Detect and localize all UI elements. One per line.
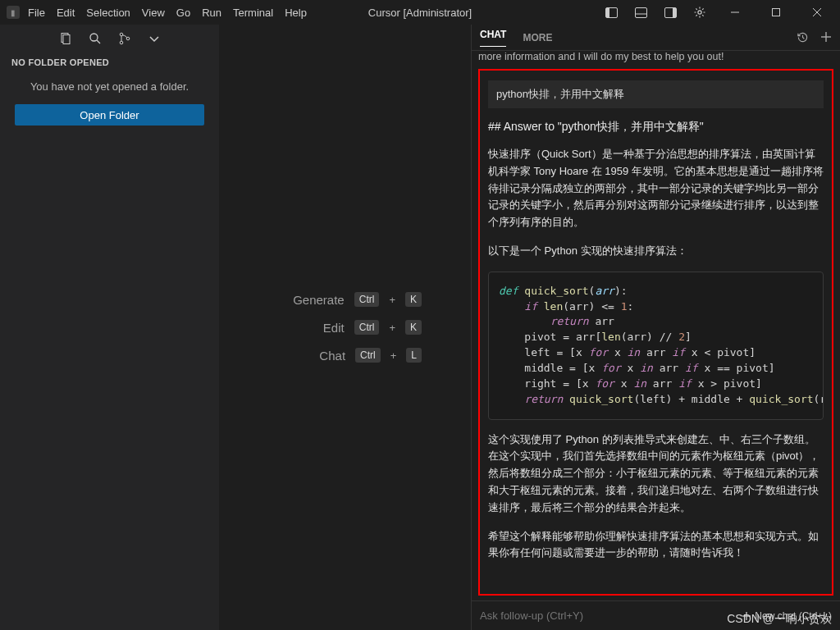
menu-run[interactable]: Run [202, 7, 221, 19]
chat-panel: CHAT MORE more information and I will do… [471, 25, 840, 630]
key-cap: Ctrl [354, 320, 380, 335]
menu-terminal[interactable]: Terminal [233, 7, 273, 19]
close-button[interactable] [801, 2, 833, 23]
main-menu: File Edit Selection View Go Run Terminal… [28, 7, 307, 19]
editor-welcome: Generate Ctrl + K Edit Ctrl + K Chat Ctr… [220, 25, 471, 630]
svg-point-16 [120, 33, 123, 36]
shortcut-label: Chat [272, 349, 345, 363]
menu-selection[interactable]: Selection [86, 7, 130, 19]
watermark: CSDN @一响小贪欢 [727, 612, 832, 627]
chat-tabs: CHAT MORE [472, 25, 840, 51]
shortcut-generate: Generate Ctrl + K [271, 292, 422, 307]
prior-message-fragment: more information and I will do my best t… [477, 51, 835, 67]
layout-primary-icon[interactable] [600, 2, 622, 23]
key-cap: L [406, 348, 422, 363]
gear-icon[interactable] [689, 2, 710, 23]
plus-icon: + [390, 349, 397, 362]
menu-file[interactable]: File [28, 7, 45, 19]
chevron-down-icon[interactable] [147, 31, 162, 46]
svg-rect-6 [673, 8, 676, 17]
history-icon[interactable] [797, 31, 809, 43]
app-logo-icon: ▮ [7, 6, 20, 19]
menu-help[interactable]: Help [285, 7, 307, 19]
source-control-icon[interactable] [117, 31, 132, 46]
layout-bottom-icon[interactable] [630, 2, 651, 23]
svg-point-17 [120, 41, 123, 44]
shortcut-label: Edit [271, 321, 345, 335]
minimize-button[interactable] [719, 2, 751, 23]
key-cap: Ctrl [354, 292, 380, 307]
shortcut-chat: Chat Ctrl + L [272, 348, 422, 363]
open-folder-button[interactable]: Open Folder [15, 104, 204, 126]
svg-point-7 [698, 11, 701, 14]
tab-more[interactable]: MORE [523, 32, 552, 43]
titlebar: ▮ File Edit Selection View Go Run Termin… [0, 0, 840, 25]
key-cap: K [405, 292, 422, 307]
menu-go[interactable]: Go [176, 7, 190, 19]
highlighted-response: python快排，并用中文解释 ## Answer to "python快排，并… [478, 69, 833, 596]
plus-icon: + [389, 294, 395, 306]
answer-para-2: 以下是一个 Python 实现的快速排序算法： [488, 243, 824, 260]
files-icon[interactable] [58, 31, 73, 46]
user-prompt: python快排，并用中文解释 [488, 80, 824, 108]
plus-icon: + [389, 322, 395, 334]
followup-input[interactable] [480, 609, 735, 622]
svg-rect-13 [63, 35, 70, 44]
shortcut-edit: Edit Ctrl + K [271, 320, 422, 335]
code-block[interactable]: def quick_sort(arr): if len(arr) <= 1: r… [488, 272, 824, 420]
plus-icon[interactable] [820, 31, 832, 43]
answer-para-4: 希望这个解释能够帮助你理解快速排序算法的基本思想和实现方式。如果你有任何问题或需… [488, 528, 824, 563]
key-cap: Ctrl [355, 348, 381, 363]
layout-secondary-icon[interactable] [660, 2, 681, 23]
answer-para-1: 快速排序（Quick Sort）是一种基于分治思想的排序算法，由英国计算机科学家… [488, 146, 824, 231]
menu-view[interactable]: View [142, 7, 165, 19]
sidebar: NO FOLDER OPENED You have not yet opened… [0, 25, 220, 630]
maximize-button[interactable] [760, 2, 792, 23]
answer-para-3: 这个实现使用了 Python 的列表推导式来创建左、中、右三个子数组。在这个实现… [488, 431, 824, 517]
no-folder-message: You have not yet opened a folder. [0, 72, 219, 101]
answer-heading: ## Answer to "python快排，并用中文解释" [488, 120, 824, 135]
search-icon[interactable] [88, 31, 103, 46]
svg-line-15 [97, 40, 100, 43]
menu-edit[interactable]: Edit [57, 7, 75, 19]
tab-chat[interactable]: CHAT [480, 29, 506, 47]
shortcut-label: Generate [271, 293, 345, 307]
svg-rect-9 [773, 9, 780, 16]
key-cap: K [405, 320, 422, 335]
window-title: Cursor [Administrator] [368, 7, 472, 19]
sidebar-title: NO FOLDER OPENED [0, 52, 219, 72]
svg-rect-1 [606, 8, 609, 17]
svg-point-14 [90, 34, 98, 41]
